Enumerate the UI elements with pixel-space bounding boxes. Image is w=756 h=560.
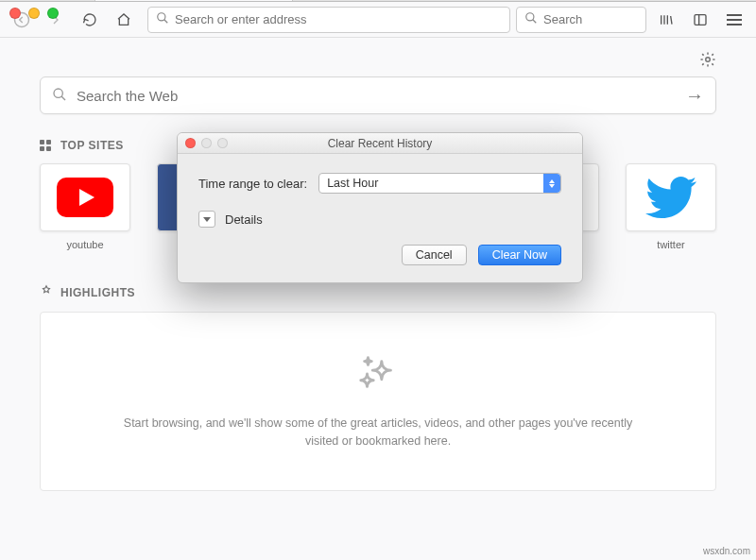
- highlights-empty-panel: Start browsing, and we'll show some of t…: [40, 312, 716, 491]
- home-button[interactable]: [110, 6, 138, 34]
- time-range-value: Last Hour: [327, 177, 378, 190]
- tab-newtab[interactable]: New Tab ×: [94, 0, 293, 1]
- svg-point-4: [526, 13, 534, 21]
- search-bar[interactable]: [516, 7, 646, 33]
- time-range-label: Time range to clear:: [198, 177, 307, 191]
- svg-rect-10: [695, 14, 706, 25]
- svg-line-9: [671, 16, 672, 25]
- main-search-bar[interactable]: →: [40, 76, 716, 114]
- nav-toolbar: [0, 2, 756, 38]
- address-bar[interactable]: [147, 7, 510, 33]
- svg-line-5: [533, 20, 537, 24]
- grid-icon: [40, 140, 53, 151]
- window-close-icon[interactable]: [9, 8, 21, 19]
- menu-button[interactable]: [720, 6, 748, 34]
- tile-label: youtube: [66, 239, 103, 250]
- search-submit-icon[interactable]: →: [685, 85, 704, 107]
- search-icon: [156, 11, 169, 27]
- time-range-select[interactable]: Last Hour: [318, 173, 561, 194]
- highlights-empty-text: Start browsing, and we'll show some of t…: [116, 415, 640, 450]
- dialog-title: Clear Recent History: [178, 137, 582, 150]
- dialog-titlebar: Clear Recent History: [178, 133, 582, 154]
- details-label: Details: [225, 212, 263, 227]
- clear-now-button[interactable]: Clear Now: [478, 245, 561, 265]
- twitter-icon: [645, 177, 696, 218]
- watermark: wsxdn.com: [703, 546, 750, 556]
- cancel-button[interactable]: Cancel: [402, 245, 467, 265]
- address-input[interactable]: [175, 12, 502, 26]
- customize-gear-icon[interactable]: [699, 51, 716, 71]
- sparkles-icon: [356, 352, 400, 401]
- window-zoom-icon[interactable]: [47, 8, 59, 19]
- highlights-header: HIGHLIGHTS: [40, 284, 716, 300]
- top-sites-label: TOP SITES: [60, 139, 124, 152]
- new-tab-button[interactable]: +: [293, 0, 319, 1]
- highlights-icon: [40, 284, 53, 300]
- sidebar-button[interactable]: [686, 6, 714, 34]
- search-icon: [52, 87, 67, 105]
- svg-line-14: [61, 96, 65, 100]
- select-arrows-icon: [543, 174, 560, 193]
- reload-button[interactable]: [76, 6, 104, 34]
- svg-line-3: [164, 20, 168, 24]
- topsite-youtube[interactable]: youtube: [40, 163, 130, 250]
- window-minimize-icon[interactable]: [28, 8, 40, 19]
- main-search-input[interactable]: [77, 88, 676, 104]
- highlights-label: HIGHLIGHTS: [60, 286, 135, 299]
- search-icon: [524, 11, 538, 27]
- clear-history-dialog: Clear Recent History Time range to clear…: [177, 132, 583, 283]
- details-expander[interactable]: [198, 211, 215, 228]
- svg-point-13: [54, 89, 62, 97]
- svg-point-12: [706, 58, 711, 62]
- youtube-icon: [57, 178, 113, 217]
- library-button[interactable]: [652, 6, 680, 34]
- tile-label: twitter: [657, 239, 684, 250]
- svg-point-2: [158, 13, 165, 21]
- topsite-twitter[interactable]: twitter: [626, 163, 716, 250]
- hamburger-icon: [727, 14, 742, 25]
